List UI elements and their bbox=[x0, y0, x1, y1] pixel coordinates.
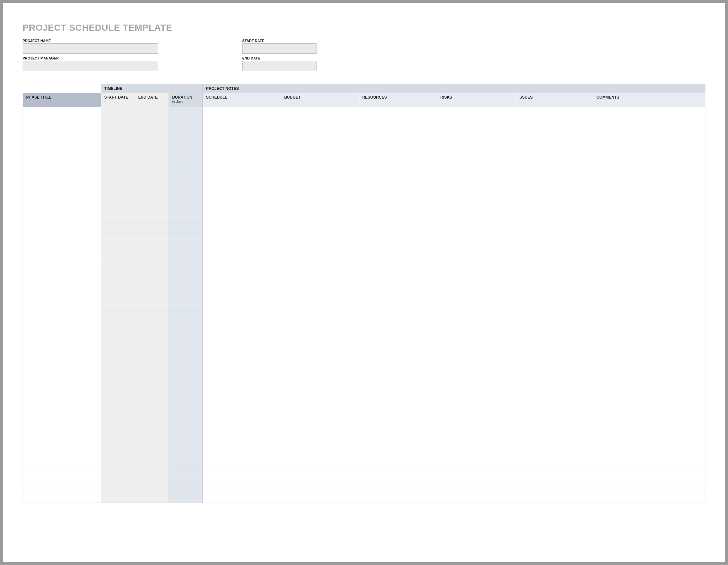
cell-sched[interactable] bbox=[203, 129, 281, 140]
cell-comm[interactable] bbox=[593, 217, 705, 228]
cell-duration[interactable] bbox=[169, 404, 203, 415]
cell-sched[interactable] bbox=[203, 283, 281, 294]
cell-duration[interactable] bbox=[169, 228, 203, 239]
cell-res[interactable] bbox=[359, 173, 437, 184]
cell-issues[interactable] bbox=[515, 316, 593, 327]
cell-duration[interactable] bbox=[169, 239, 203, 250]
cell-phase[interactable] bbox=[23, 426, 101, 437]
cell-start[interactable] bbox=[101, 294, 135, 305]
cell-res[interactable] bbox=[359, 492, 437, 503]
cell-phase[interactable] bbox=[23, 151, 101, 162]
cell-risks[interactable] bbox=[437, 261, 515, 272]
cell-budget[interactable] bbox=[281, 162, 359, 173]
cell-comm[interactable] bbox=[593, 250, 705, 261]
cell-sched[interactable] bbox=[203, 217, 281, 228]
cell-end[interactable] bbox=[135, 481, 169, 492]
cell-budget[interactable] bbox=[281, 294, 359, 305]
cell-sched[interactable] bbox=[203, 140, 281, 151]
cell-phase[interactable] bbox=[23, 459, 101, 470]
cell-comm[interactable] bbox=[593, 426, 705, 437]
cell-budget[interactable] bbox=[281, 184, 359, 195]
cell-end[interactable] bbox=[135, 349, 169, 360]
cell-res[interactable] bbox=[359, 327, 437, 338]
cell-end[interactable] bbox=[135, 294, 169, 305]
cell-start[interactable] bbox=[101, 173, 135, 184]
cell-end[interactable] bbox=[135, 360, 169, 371]
cell-comm[interactable] bbox=[593, 360, 705, 371]
cell-issues[interactable] bbox=[515, 107, 593, 118]
cell-budget[interactable] bbox=[281, 195, 359, 206]
cell-end[interactable] bbox=[135, 162, 169, 173]
cell-comm[interactable] bbox=[593, 371, 705, 382]
cell-sched[interactable] bbox=[203, 415, 281, 426]
cell-risks[interactable] bbox=[437, 393, 515, 404]
cell-sched[interactable] bbox=[203, 470, 281, 481]
cell-budget[interactable] bbox=[281, 459, 359, 470]
cell-phase[interactable] bbox=[23, 217, 101, 228]
cell-budget[interactable] bbox=[281, 426, 359, 437]
cell-budget[interactable] bbox=[281, 437, 359, 448]
cell-risks[interactable] bbox=[437, 217, 515, 228]
cell-phase[interactable] bbox=[23, 250, 101, 261]
cell-budget[interactable] bbox=[281, 173, 359, 184]
cell-duration[interactable] bbox=[169, 415, 203, 426]
cell-risks[interactable] bbox=[437, 382, 515, 393]
cell-duration[interactable] bbox=[169, 426, 203, 437]
cell-comm[interactable] bbox=[593, 316, 705, 327]
cell-risks[interactable] bbox=[437, 129, 515, 140]
cell-duration[interactable] bbox=[169, 393, 203, 404]
cell-phase[interactable] bbox=[23, 162, 101, 173]
cell-comm[interactable] bbox=[593, 283, 705, 294]
cell-budget[interactable] bbox=[281, 371, 359, 382]
cell-comm[interactable] bbox=[593, 404, 705, 415]
cell-res[interactable] bbox=[359, 426, 437, 437]
cell-sched[interactable] bbox=[203, 404, 281, 415]
cell-end[interactable] bbox=[135, 437, 169, 448]
cell-issues[interactable] bbox=[515, 470, 593, 481]
cell-budget[interactable] bbox=[281, 140, 359, 151]
cell-res[interactable] bbox=[359, 371, 437, 382]
cell-risks[interactable] bbox=[437, 327, 515, 338]
cell-duration[interactable] bbox=[169, 294, 203, 305]
cell-issues[interactable] bbox=[515, 349, 593, 360]
cell-start[interactable] bbox=[101, 250, 135, 261]
cell-duration[interactable] bbox=[169, 118, 203, 129]
cell-issues[interactable] bbox=[515, 129, 593, 140]
cell-sched[interactable] bbox=[203, 151, 281, 162]
cell-comm[interactable] bbox=[593, 195, 705, 206]
cell-end[interactable] bbox=[135, 448, 169, 459]
cell-risks[interactable] bbox=[437, 195, 515, 206]
cell-duration[interactable] bbox=[169, 360, 203, 371]
cell-comm[interactable] bbox=[593, 261, 705, 272]
cell-budget[interactable] bbox=[281, 360, 359, 371]
cell-res[interactable] bbox=[359, 415, 437, 426]
cell-risks[interactable] bbox=[437, 305, 515, 316]
cell-start[interactable] bbox=[101, 404, 135, 415]
cell-sched[interactable] bbox=[203, 481, 281, 492]
cell-comm[interactable] bbox=[593, 140, 705, 151]
cell-comm[interactable] bbox=[593, 448, 705, 459]
cell-end[interactable] bbox=[135, 184, 169, 195]
cell-issues[interactable] bbox=[515, 294, 593, 305]
cell-issues[interactable] bbox=[515, 382, 593, 393]
cell-budget[interactable] bbox=[281, 470, 359, 481]
cell-end[interactable] bbox=[135, 327, 169, 338]
cell-start[interactable] bbox=[101, 151, 135, 162]
cell-comm[interactable] bbox=[593, 470, 705, 481]
cell-issues[interactable] bbox=[515, 305, 593, 316]
cell-risks[interactable] bbox=[437, 184, 515, 195]
cell-issues[interactable] bbox=[515, 360, 593, 371]
cell-issues[interactable] bbox=[515, 371, 593, 382]
cell-budget[interactable] bbox=[281, 118, 359, 129]
cell-issues[interactable] bbox=[515, 195, 593, 206]
cell-duration[interactable] bbox=[169, 261, 203, 272]
cell-res[interactable] bbox=[359, 195, 437, 206]
cell-duration[interactable] bbox=[169, 338, 203, 349]
cell-phase[interactable] bbox=[23, 492, 101, 503]
cell-duration[interactable] bbox=[169, 481, 203, 492]
cell-duration[interactable] bbox=[169, 195, 203, 206]
cell-start[interactable] bbox=[101, 338, 135, 349]
cell-res[interactable] bbox=[359, 404, 437, 415]
cell-budget[interactable] bbox=[281, 151, 359, 162]
cell-duration[interactable] bbox=[169, 184, 203, 195]
